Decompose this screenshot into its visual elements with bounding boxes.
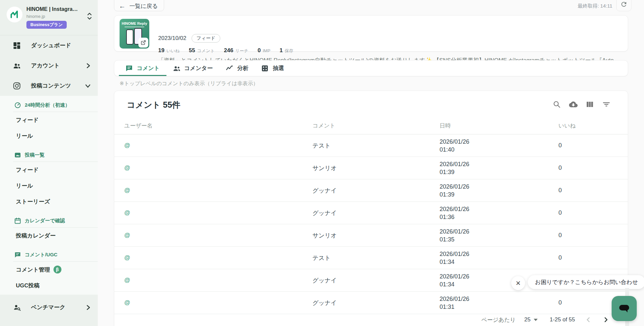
- section-label: コメント/UGC: [25, 252, 57, 258]
- sidebar-item-post-content[interactable]: 投稿コンテンツ: [0, 76, 98, 96]
- comment-cell: サンリオ: [312, 164, 440, 172]
- comment-cell: テスト: [312, 142, 440, 150]
- refresh-icon: [620, 1, 627, 11]
- user-link[interactable]: @: [114, 232, 312, 239]
- user-link[interactable]: @: [114, 164, 312, 171]
- tab-analysis[interactable]: 分析: [219, 60, 255, 76]
- user-link[interactable]: @: [114, 254, 312, 261]
- back-arrow-icon: ←: [119, 3, 125, 9]
- comment-cell: グッナイ: [312, 209, 440, 217]
- likes-cell: 0: [558, 254, 628, 261]
- sidebar-section-calendar[interactable]: カレンダーで確認: [0, 214, 98, 227]
- sidebar-item-list-reel[interactable]: リール: [0, 178, 98, 194]
- sidebar-item-label: ダッシュボード: [31, 42, 71, 49]
- beta-badge: β: [54, 266, 61, 273]
- stat-value: 246: [224, 47, 233, 54]
- sidebar-item-24h-reel[interactable]: リール: [0, 128, 98, 144]
- sidebar-item-ugc-posts[interactable]: UGC投稿: [0, 277, 98, 293]
- hinome-logo-icon: [7, 7, 22, 22]
- sidebar-item-list-feed[interactable]: フィード: [0, 162, 98, 178]
- next-page-button[interactable]: [601, 315, 611, 324]
- tab-label: コメンター: [184, 64, 213, 72]
- chat-tooltip[interactable]: お困りですか？こちらからお問い合わせ: [528, 275, 644, 289]
- sidebar-item-dashboard[interactable]: ダッシュボード: [0, 35, 98, 55]
- per-page-select[interactable]: 25: [524, 316, 538, 323]
- sidebar-section-comment-ugc[interactable]: コメント/UGC: [0, 248, 98, 261]
- table-row: @ サンリオ 2026/01/2601:35 0: [114, 224, 628, 247]
- user-link[interactable]: @: [114, 142, 312, 149]
- pagination: ページあたり 25 1-25 of 55: [114, 313, 628, 326]
- tab-label: コメント: [137, 64, 160, 72]
- search-icon[interactable]: [553, 100, 561, 109]
- user-link[interactable]: @: [114, 187, 312, 194]
- user-link[interactable]: @: [114, 277, 312, 284]
- stat-label: IMP: [263, 48, 270, 53]
- column-header-likes[interactable]: いいね: [558, 122, 628, 129]
- unfold-more-icon[interactable]: [87, 12, 92, 20]
- datetime-cell: 2026/01/2601:35: [440, 228, 558, 243]
- top-level-comments-note: ※トップレベルのコメントのみ表示（リプライは非表示）: [120, 80, 258, 87]
- sidebar-item-label: ベンチマーク: [31, 304, 65, 311]
- table-row: @ テスト 2026/01/2601:40 0: [114, 134, 628, 157]
- tab-comments[interactable]: コメント: [119, 60, 166, 76]
- external-link-icon[interactable]: [138, 38, 148, 48]
- likes-cell: 0: [558, 209, 628, 216]
- likes-cell: 0: [558, 142, 628, 149]
- user-link[interactable]: @: [114, 299, 312, 306]
- sidebar-item-benchmark[interactable]: ベンチマーク: [0, 297, 98, 317]
- chat-launcher-button[interactable]: [612, 296, 637, 321]
- section-label: 投稿一覧: [25, 152, 45, 158]
- table-title: コメント 55件: [127, 99, 180, 110]
- photo-icon: [15, 152, 21, 158]
- sidebar-item-hashtag[interactable]: ハッシュタグ: [0, 316, 98, 326]
- sidebar-section-post-list[interactable]: 投稿一覧: [0, 148, 98, 162]
- post-stats: 19いいね 55コメント 246リーチ 0IMP 1保存: [158, 47, 299, 54]
- table-row: @ サンリオ 2026/01/2601:39 0: [114, 157, 628, 179]
- refresh-button[interactable]: [616, 0, 631, 11]
- sidebar-item-comment-manage[interactable]: コメント管理 β: [0, 262, 98, 277]
- sidebar-item-label: フィード: [16, 166, 39, 174]
- sidebar-item-list-stories[interactable]: ストーリーズ: [0, 194, 98, 209]
- dice-icon: [262, 65, 269, 72]
- thumbnail-decoration: [125, 26, 144, 27]
- sidebar-item-label: フィード: [16, 116, 39, 124]
- sidebar: HINOME | Instagram分析… hinome.jp Business…: [0, 0, 98, 326]
- sidebar-item-label: コメント管理: [16, 266, 50, 273]
- filter-icon[interactable]: [602, 100, 611, 109]
- table-row: @ テスト 2026/01/2601:34 0: [114, 247, 628, 269]
- sidebar-item-label: アカウント: [31, 62, 60, 69]
- post-type-badge: フィード: [192, 34, 220, 43]
- tab-commenters[interactable]: コメンター: [166, 60, 220, 76]
- download-icon[interactable]: [569, 100, 578, 109]
- column-header-datetime[interactable]: 日時: [440, 122, 558, 129]
- plan-badge: Businessプラン: [26, 21, 67, 29]
- back-button-label: 一覧に戻る: [129, 2, 158, 10]
- sidebar-item-24h-feed[interactable]: フィード: [0, 112, 98, 128]
- column-header-user[interactable]: ユーザー名: [114, 122, 312, 129]
- sidebar-submenu: 24時間分析（初速） フィード リール 投稿一覧 フィード リール ストーリーズ: [0, 96, 98, 295]
- stat-label: 保存: [285, 48, 293, 54]
- tab-label: 抽選: [273, 64, 284, 72]
- table-row: @ グッナイ 2026/01/2601:36 0: [114, 202, 628, 224]
- workspace-switcher[interactable]: HINOME | Instagram分析… hinome.jp Business…: [0, 0, 98, 35]
- back-to-list-button[interactable]: ← 一覧に戻る: [114, 0, 164, 11]
- datetime-cell: 2026/01/2601:31: [440, 295, 558, 311]
- user-link[interactable]: @: [114, 209, 312, 216]
- sidebar-item-label: ストーリーズ: [16, 198, 50, 205]
- pagination-range: 1-25 of 55: [550, 316, 575, 323]
- tab-lottery[interactable]: 抽選: [255, 60, 291, 76]
- sidebar-item-account[interactable]: アカウント: [0, 55, 98, 76]
- thumbnail-phone-graphic: [126, 29, 133, 45]
- stat-label: いいね: [166, 48, 180, 54]
- post-thumbnail[interactable]: HINOME Reply: [120, 19, 149, 49]
- previous-page-button[interactable]: [584, 315, 593, 324]
- sidebar-item-label: リール: [16, 182, 33, 190]
- likes-cell: 0: [558, 164, 628, 171]
- column-header-comment[interactable]: コメント: [312, 122, 440, 129]
- sidebar-item-post-calendar[interactable]: 投稿カレンダー: [0, 228, 98, 243]
- view-columns-icon[interactable]: [586, 100, 594, 109]
- sidebar-item-label: 投稿コンテンツ: [31, 82, 71, 90]
- sidebar-section-24h-analysis[interactable]: 24時間分析（初速）: [0, 98, 98, 112]
- close-icon: ✕: [516, 279, 521, 287]
- chat-tooltip-close-button[interactable]: ✕: [511, 276, 525, 290]
